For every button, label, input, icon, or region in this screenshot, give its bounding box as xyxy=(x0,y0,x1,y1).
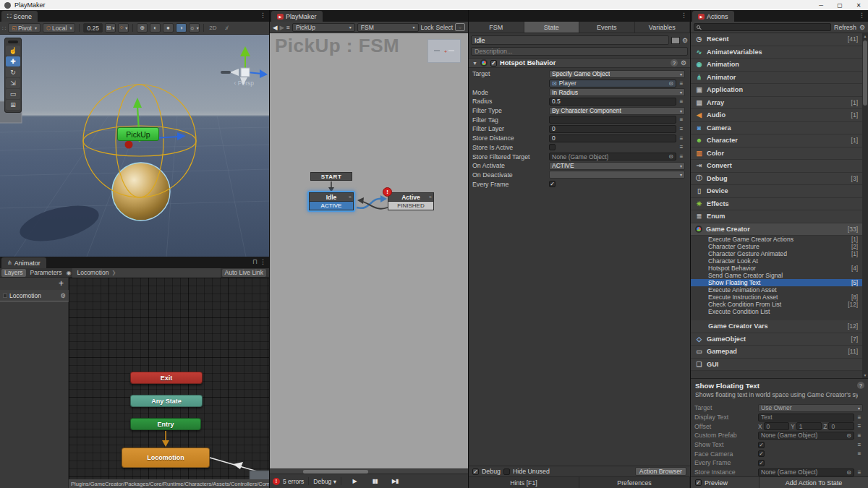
scene-menu-icon[interactable]: ⋮ xyxy=(260,12,266,19)
gizmos-toggle-icon[interactable]: ⊕ xyxy=(137,23,148,33)
increment-snap-icon[interactable]: ⁘▾ xyxy=(118,23,129,33)
hand-tool-icon[interactable]: ☝ xyxy=(6,46,20,56)
hide-unused-checkbox[interactable] xyxy=(503,468,510,475)
action-list-item[interactable]: ▯ Device xyxy=(691,185,862,198)
action-list-item[interactable]: ≣ Enum xyxy=(691,210,862,223)
scale-tool-icon[interactable]: ⇲ xyxy=(6,78,20,88)
lighting-toggle-icon[interactable]: ● xyxy=(163,23,174,33)
action-list-item[interactable]: ⋔ Animator xyxy=(691,72,862,85)
action-list-item[interactable]: Game Creator Vars [12] xyxy=(691,320,862,333)
action-list-item[interactable]: ◇ GameObject [7] xyxy=(691,333,862,346)
dropdown-on-activate[interactable]: ACTIVE▾ xyxy=(549,162,685,170)
property-row[interactable]: Filter Tag ≡ xyxy=(469,115,690,124)
action-list-item[interactable]: Show Floating Text [5] xyxy=(691,279,862,286)
action-list-item[interactable]: ◀ Audio [1] xyxy=(691,109,862,122)
layer-toggle[interactable] xyxy=(3,294,7,298)
effects-dropdown-icon[interactable]: ☼▾ xyxy=(189,23,200,33)
property-row[interactable]: Radius 0.5≡ xyxy=(469,97,690,106)
context-menu-icon[interactable]: ≡ xyxy=(678,116,685,123)
text-radius[interactable]: 0.5 xyxy=(549,98,676,106)
hotspot-behavior-header[interactable]: ▼ ✓ Hotspot Behavior ? ⚙ xyxy=(469,58,690,68)
forward-button[interactable]: ▶ xyxy=(280,24,285,31)
pivot-dropdown[interactable]: ◱ Pivot ▾ xyxy=(8,23,41,33)
error-count-icon[interactable]: ! xyxy=(273,478,280,485)
gear-icon[interactable]: ⚙ xyxy=(60,292,66,299)
action-list-item[interactable]: ▣ Application xyxy=(691,84,862,97)
action-list-item[interactable]: ⓘ Debug [3] xyxy=(691,173,862,186)
fsm-node-active[interactable]: ! Active » FINISHED xyxy=(388,192,434,210)
tab-animator[interactable]: ⋔ Animator xyxy=(1,257,46,268)
dropdown-on-deactivate[interactable]: ▾ xyxy=(549,171,685,179)
property-row[interactable]: On Deactivate ▾ xyxy=(469,171,690,180)
action-enabled-checkbox[interactable]: ✓ xyxy=(490,60,497,67)
fsm-node-start[interactable]: START xyxy=(310,172,352,181)
rect-tool-icon[interactable]: ▭ xyxy=(6,89,20,99)
action-list-item[interactable]: ✳ Effects xyxy=(691,198,862,211)
search-input[interactable] xyxy=(694,23,831,31)
snap-value-field[interactable]: 0.25 xyxy=(83,23,103,33)
inspector-tab[interactable]: State xyxy=(524,22,580,33)
context-menu-icon[interactable]: ≡ xyxy=(678,80,685,87)
animator-graph[interactable] xyxy=(69,278,269,479)
graph-hscrollbar[interactable] xyxy=(270,468,468,474)
action-list-item[interactable]: ∿ AnimateVariables xyxy=(691,46,862,59)
property-row[interactable]: Store Filtered Target None (Game Object)… xyxy=(469,152,690,161)
fsm-object-selector[interactable]: PickUp ▾ xyxy=(292,23,355,32)
inspector-menu-icon[interactable]: ⋮ xyxy=(681,12,687,19)
preferences-button[interactable]: Preferences xyxy=(579,477,690,488)
property-row[interactable]: Store Is Active ≡ xyxy=(469,143,690,153)
maximize-button[interactable]: ▢ xyxy=(830,2,849,9)
dropdown-filter-type[interactable]: By Character Component▾ xyxy=(549,107,685,115)
property-row[interactable]: Every Frame ✓ xyxy=(469,179,690,189)
context-menu-icon[interactable]: ≡ xyxy=(678,126,685,132)
grid-snap-icon[interactable]: ⊞▾ xyxy=(105,23,116,33)
hamburger-menu-icon[interactable]: ≡ xyxy=(286,24,290,31)
tab-parameters[interactable]: Parameters xyxy=(27,269,65,277)
action-browser-button[interactable]: Action Browser xyxy=(635,467,686,476)
camera-overlay-pill[interactable] xyxy=(221,71,231,74)
rotation-point[interactable] xyxy=(125,141,133,149)
state-color-swatch[interactable] xyxy=(671,37,680,44)
property-row[interactable]: Filter Layer 0≡ xyxy=(469,124,690,134)
lock-icon[interactable]: ⊓ xyxy=(252,258,258,265)
action-list-item[interactable]: ▤ Array [1] xyxy=(691,97,862,110)
shading-mode-icon[interactable]: ◐ xyxy=(150,23,161,33)
gear-icon[interactable]: ⚙ xyxy=(681,59,686,67)
idle-transition-row[interactable]: ACTIVE xyxy=(309,202,354,210)
property-row[interactable]: Filter Type By Character Component▾ xyxy=(469,106,690,116)
scrollbar-thumb[interactable] xyxy=(863,40,867,106)
close-button[interactable]: ✕ xyxy=(849,2,868,9)
inspector-tab[interactable]: Events xyxy=(579,22,635,33)
palette-drag-handle[interactable] xyxy=(8,40,18,43)
actions-menu-icon[interactable]: ⋮ xyxy=(859,12,865,19)
preview-toggle[interactable]: ✓ Preview xyxy=(691,477,760,488)
action-list-item[interactable]: Execute Condition List xyxy=(691,308,862,315)
action-list-item[interactable]: ⇥ Convert xyxy=(691,160,862,173)
minimize-button[interactable]: ─ xyxy=(812,2,830,9)
context-menu-icon[interactable]: ≡ xyxy=(678,98,685,105)
help-icon[interactable]: ? xyxy=(857,382,864,389)
fsm-graph-canvas[interactable]: PickUp : FSM + START Idle » ACTIVE ! xyxy=(270,33,468,468)
inspector-tab[interactable]: FSM xyxy=(469,22,524,33)
2d-toggle[interactable]: 2D xyxy=(208,23,218,33)
action-list-item[interactable]: Execute Instruction Asset [8] xyxy=(691,294,862,301)
checkbox-every-frame[interactable]: ✓ xyxy=(549,181,556,187)
preview-checkbox[interactable]: ✓ xyxy=(695,479,702,486)
persp-label[interactable]: ‹ Persp xyxy=(234,80,254,87)
refresh-button[interactable]: Refresh xyxy=(834,24,856,31)
fsm-graph-selector[interactable]: FSM ▾ xyxy=(357,23,419,32)
dropdown-mode[interactable]: In Radius▾ xyxy=(549,88,685,96)
action-list-item[interactable]: Game Creator [33] xyxy=(691,223,862,236)
pickup-object-label[interactable]: PickUp xyxy=(117,127,159,141)
property-row[interactable]: Mode In Radius▾ xyxy=(469,87,690,97)
help-icon[interactable]: ? xyxy=(671,59,678,67)
move-tool-icon[interactable]: ✚ xyxy=(6,56,20,67)
step-button[interactable]: ▶▮ xyxy=(386,476,404,487)
sphere-object[interactable] xyxy=(112,163,170,221)
transform-tool-icon[interactable]: ⊞ xyxy=(6,100,20,110)
scene-viewport[interactable]: ☝ ✚ ↻ ⇲ ▭ ⊞ PickUp ‹ Persp xyxy=(0,35,270,257)
actions-scrollbar[interactable]: ▲ ▼ xyxy=(862,33,868,378)
audio-mute-icon[interactable]: ♪̸ xyxy=(221,23,231,33)
action-list-item[interactable]: Character Gesture [2] xyxy=(691,243,862,250)
pause-button[interactable]: ▮▮ xyxy=(366,476,383,487)
